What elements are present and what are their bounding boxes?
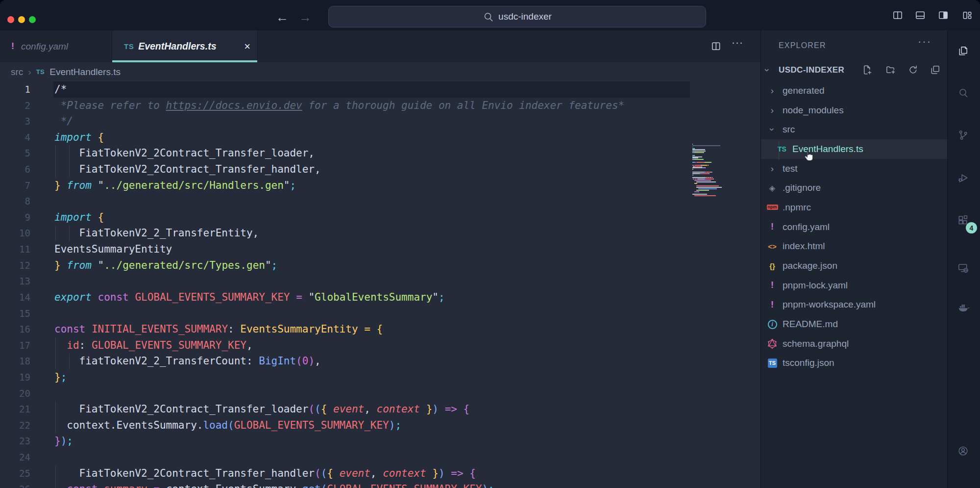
file-.gitignore[interactable]: ◈.gitignore [761,178,947,198]
new-folder-icon[interactable] [885,64,896,76]
chevron-right-icon[interactable]: › [766,105,779,116]
tsconfig-icon: TS [768,359,777,368]
activity-remote-explorer[interactable] [957,262,970,275]
code-line-12[interactable]: 12} from "../generated/src/Types.gen"; [0,257,760,274]
item-label: .npmrc [783,202,811,213]
code-line-17[interactable]: 17 id: GLOBAL_EVENTS_SUMMARY_KEY, [0,337,760,354]
code-line-16[interactable]: 16const INITIAL_EVENTS_SUMMARY: EventsSu… [0,321,760,337]
code-text: */ [30,113,73,129]
file-index.html[interactable]: <>index.html [761,237,947,257]
code-line-25[interactable]: 25 FiatTokenV2_2Contract_Transfer_handle… [0,465,760,482]
panel-right-filled-icon[interactable] [938,10,949,21]
forward-arrow-icon[interactable]: → [299,11,312,24]
item-label: tsconfig.json [783,358,834,368]
html-icon: <> [768,242,777,251]
yaml-icon: ! [771,280,774,290]
line-number: 16 [0,321,30,337]
split-columns-icon[interactable] [892,10,903,21]
gitignore-icon: ◈ [769,183,775,193]
folder-generated[interactable]: ›generated [761,81,947,101]
code-line-23[interactable]: 23}); [0,433,760,449]
back-arrow-icon[interactable]: ← [276,11,289,24]
code-line-19[interactable]: 19}; [0,369,760,385]
line-number: 19 [0,369,30,385]
file-.npmrc[interactable]: npm.npmrc [761,198,947,217]
command-center-search[interactable]: usdc-indexer [328,6,706,27]
code-line-22[interactable]: 22 context.EventsSummary.load(GLOBAL_EVE… [0,417,760,434]
code-line-13[interactable]: 13 [0,273,760,289]
file-package.json[interactable]: {}package.json [761,256,947,276]
explorer-more-icon[interactable]: ··· [918,35,931,48]
activity-accounts[interactable] [957,445,970,458]
code-line-11[interactable]: 11EventsSummaryEntity [0,241,760,257]
code-line-14[interactable]: 14export const GLOBAL_EVENTS_SUMMARY_KEY… [0,289,760,306]
line-number: 14 [0,289,30,306]
activity-docker[interactable] [957,302,970,314]
code-line-2[interactable]: 2 *Please refer to https://docs.envio.de… [0,98,760,114]
chevron-down-icon[interactable]: › [767,123,778,136]
code-line-10[interactable]: 10 FiatTokenV2_2_TransferEntity, [0,225,760,241]
close-window-button[interactable] [7,16,14,23]
file-pnpm-lock.yaml[interactable]: !pnpm-lock.yaml [761,276,947,295]
code-area[interactable]: 1/*2 *Please refer to https://docs.envio… [0,81,760,488]
graphql-icon [767,338,778,349]
file-pnpm-workspace.yaml[interactable]: !pnpm-workspace.yaml [761,295,947,315]
file-README.md[interactable]: iREADME.md [761,314,947,334]
code-text: *Please refer to https://docs.envio.dev … [30,98,624,114]
close-icon[interactable]: × [244,40,250,53]
collapse-all-icon[interactable] [930,64,941,76]
code-line-1[interactable]: 1/* [0,81,760,98]
file-tree: ›generated›node_modules›srcTSEventHandle… [761,81,947,373]
folder-src[interactable]: ›src [761,120,947,139]
activity-source-control[interactable] [957,129,970,142]
refresh-icon[interactable] [907,64,919,76]
new-file-icon[interactable] [861,64,873,76]
chevron-right-icon[interactable]: › [766,85,779,96]
chevron-right-icon[interactable]: › [766,163,779,174]
code-line-7[interactable]: 7} from "../generated/src/Handlers.gen"; [0,178,760,194]
code-line-18[interactable]: 18 fiatTokenV2_2_TransferCount: BigInt(0… [0,353,760,369]
extensions-badge: 4 [966,222,977,233]
minimize-window-button[interactable] [18,16,25,23]
code-line-9[interactable]: 9import { [0,209,760,226]
panel-bottom-icon[interactable] [915,10,926,21]
code-line-24[interactable]: 24 [0,449,760,465]
breadcrumb-file[interactable]: EventHandlers.ts [49,67,121,77]
explorer-section-header[interactable]: › USDC-INDEXER [761,62,947,81]
indent-guide [69,354,70,370]
file-config.yaml[interactable]: !config.yaml [761,217,947,237]
split-editor-icon[interactable] [710,41,721,51]
tab-eventhandlers-ts[interactable]: TS EventHandlers.ts × [112,30,258,62]
chevron-down-icon[interactable]: › [762,69,773,72]
line-number: 9 [0,209,30,226]
file-tsconfig.json[interactable]: TStsconfig.json [761,354,947,373]
editor-more-actions-icon[interactable]: ··· [732,36,743,48]
code-line-21[interactable]: 21 FiatTokenV2_2Contract_Transfer_loader… [0,401,760,417]
line-number: 4 [0,129,30,146]
file-EventHandlers.ts[interactable]: TSEventHandlers.ts [761,139,947,159]
code-line-6[interactable]: 6 FiatTokenV2_2Contract_Transfer_handler… [0,161,760,178]
tab-bar: ! config.yaml TS EventHandlers.ts × ··· [0,30,760,62]
folder-test[interactable]: ›test [761,159,947,179]
breadcrumb-folder[interactable]: src [11,67,23,77]
json-icon: {} [769,262,775,270]
minimap[interactable] [692,144,731,197]
activity-run-debug[interactable] [957,172,970,185]
tab-config-yaml[interactable]: ! config.yaml [4,30,103,62]
code-line-26[interactable]: 26 const summary = context.EventsSummary… [0,481,760,488]
code-line-5[interactable]: 5 FiatTokenV2_2Contract_Transfer_loader, [0,145,760,161]
activity-explorer[interactable] [957,46,970,58]
code-line-15[interactable]: 15 [0,306,760,322]
layout-grid-icon[interactable] [962,10,973,21]
code-line-8[interactable]: 8 [0,193,760,209]
code-line-4[interactable]: 4import { [0,129,760,146]
zoom-window-button[interactable] [29,16,36,23]
line-number: 21 [0,401,30,417]
code-line-20[interactable]: 20 [0,385,760,402]
code-line-3[interactable]: 3 */ [0,113,760,129]
folder-node_modules[interactable]: ›node_modules [761,101,947,120]
breadcrumb[interactable]: src › TS EventHandlers.ts [0,62,760,81]
line-number: 1 [0,81,30,98]
activity-search[interactable] [957,87,970,100]
file-schema.graphql[interactable]: schema.graphql [761,334,947,354]
